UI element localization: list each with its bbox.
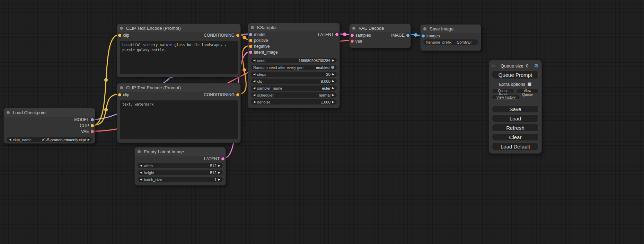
view-queue-button[interactable]: View Queue [516,89,539,93]
increment-arrow-icon[interactable]: ▶ [88,138,90,141]
queue-size-label: Queue size: 0 [495,63,534,69]
widget-filename-prefix[interactable]: filename_prefix ComfyUI [423,39,478,45]
decrement-arrow-icon[interactable]: ◀ [253,80,255,83]
node-header[interactable]: Load Checkpoint [4,108,95,117]
widget-value: 156680208700286 [299,58,330,63]
node-clip-text-encode-positive[interactable]: CLIP Text Encode (Prompt) clip CONDITION… [117,24,241,77]
input-label: model [254,32,265,37]
widget-ckpt-name[interactable]: ◀ ckpt_name v1-5-pruned-emaonly.ckpt ▶ [7,137,92,142]
node-graph-canvas[interactable]: Load Checkpoint MODEL CLIP VAE ◀ ckpt_na… [0,0,644,244]
view-history-button[interactable]: View History [492,95,520,100]
increment-arrow-icon[interactable]: ▶ [218,164,220,167]
load-button[interactable]: Load [492,115,539,122]
decrement-arrow-icon[interactable]: ◀ [9,138,11,141]
extra-options-checkbox[interactable] [528,82,531,86]
output-socket-conditioning[interactable] [236,34,239,37]
increment-arrow-icon[interactable]: ▶ [332,80,334,83]
widget-cfg[interactable]: ◀ cfg 8.000 ▶ [251,79,337,84]
prompt-text-area[interactable]: beautiful scenery nature glass bottle la… [120,41,238,74]
widget-scheduler[interactable]: ◀ scheduler normal ▶ [251,92,337,98]
input-socket-clip[interactable] [118,34,121,37]
collapse-dot-icon[interactable] [352,27,355,30]
queue-front-button[interactable]: Queue Front [492,89,514,93]
input-socket-latent-image[interactable] [249,51,252,54]
input-socket-images[interactable] [422,34,425,37]
collapse-dot-icon[interactable] [423,27,426,30]
widget-sampler-name[interactable]: ◀ sampler_name euler ▶ [251,85,337,91]
widget-label: steps [257,72,266,76]
drag-handle-icon[interactable]: ⠿ [492,63,495,68]
clear-button[interactable]: Clear [492,133,539,141]
widget-label: sampler_name [257,86,282,90]
prompt-text-area[interactable]: text, watermark [120,100,238,139]
collapse-dot-icon[interactable] [7,111,10,114]
collapse-dot-icon[interactable] [251,26,254,29]
output-socket-latent[interactable] [221,157,224,160]
decrement-arrow-icon[interactable]: ◀ [253,94,255,97]
load-default-button[interactable]: Load Default [492,143,539,150]
node-load-checkpoint[interactable]: Load Checkpoint MODEL CLIP VAE ◀ ckpt_na… [3,108,95,144]
decrement-arrow-icon[interactable]: ◀ [253,73,255,76]
input-socket-samples[interactable] [351,34,354,37]
increment-arrow-icon[interactable]: ▶ [332,101,334,103]
decrement-arrow-icon[interactable]: ◀ [253,59,255,62]
output-socket-clip[interactable] [91,124,94,127]
node-empty-latent-image[interactable]: Empty Latent Image LATENT ◀ width 512 ▶ … [134,147,226,186]
node-header[interactable]: CLIP Text Encode (Prompt) [117,24,240,32]
refresh-button[interactable]: Refresh [492,124,539,132]
widget-height[interactable]: ◀ height 512 ▶ [138,170,223,175]
increment-arrow-icon[interactable]: ▶ [218,171,220,174]
widget-seed[interactable]: ◀ seed 156680208700286 ▶ [251,58,337,63]
output-socket-latent[interactable] [335,33,338,36]
input-socket-negative[interactable] [249,45,252,48]
input-socket-model[interactable] [249,33,252,36]
node-save-image[interactable]: Save Image images filename_prefix ComfyU… [420,24,481,51]
increment-arrow-icon[interactable]: ▶ [332,87,334,90]
output-socket-image[interactable] [406,34,409,37]
input-socket-clip[interactable] [118,93,121,96]
widget-value: ComfyUI [457,40,471,44]
increment-arrow-icon[interactable]: ▶ [332,73,334,76]
widget-width[interactable]: ◀ width 512 ▶ [138,163,223,168]
node-vae-decode[interactable]: VAE Decode samples IMAGE vae [349,24,411,48]
decrement-arrow-icon[interactable]: ◀ [253,101,255,103]
increment-arrow-icon[interactable]: ▶ [218,178,220,181]
decrement-arrow-icon[interactable]: ◀ [140,171,142,174]
widget-value: 1 [214,178,217,182]
node-header[interactable]: Save Image [421,25,481,33]
output-socket-conditioning[interactable] [236,93,239,96]
node-header[interactable]: CLIP Text Encode (Prompt) [117,83,240,92]
widget-batch-size[interactable]: ◀ batch_size 1 ▶ [138,177,223,182]
widget-value: euler [322,86,330,90]
output-socket-model[interactable] [91,118,94,121]
widget-denoise[interactable]: ◀ denoise 1.000 ▶ [251,99,337,105]
collapse-dot-icon[interactable] [120,27,123,30]
queue-prompt-button[interactable]: Queue Prompt [492,71,539,79]
input-label: negative [254,44,270,49]
node-header[interactable]: VAE Decode [350,24,411,32]
widget-value: 1.000 [321,100,330,104]
input-socket-vae[interactable] [351,39,354,43]
decrement-arrow-icon[interactable]: ◀ [140,178,142,181]
increment-arrow-icon[interactable]: ▶ [332,94,334,97]
node-clip-text-encode-negative[interactable]: CLIP Text Encode (Prompt) clip CONDITION… [117,83,241,143]
settings-gear-icon[interactable]: ⚙ [534,63,539,69]
collapse-dot-icon[interactable] [138,150,141,153]
node-ksampler[interactable]: KSampler model LATENT positive negative … [248,23,340,108]
decrement-arrow-icon[interactable]: ◀ [140,164,142,167]
input-label: clip [123,33,129,38]
collapse-dot-icon[interactable] [120,86,123,89]
toggle-dot-icon[interactable] [331,66,334,69]
save-button[interactable]: Save [492,105,539,113]
widget-label: height [144,171,154,175]
widget-label: scheduler [257,93,274,97]
node-header[interactable]: KSampler [248,23,339,31]
widget-random-seed-toggle[interactable]: Random seed after every gen enabled [251,65,337,70]
input-socket-positive[interactable] [249,39,252,42]
increment-arrow-icon[interactable]: ▶ [332,59,334,62]
widget-steps[interactable]: ◀ steps 20 ▶ [251,72,337,77]
decrement-arrow-icon[interactable]: ◀ [253,87,255,90]
output-socket-vae[interactable] [91,130,94,133]
extra-options-label: Extra options [499,82,526,87]
node-header[interactable]: Empty Latent Image [135,147,226,156]
